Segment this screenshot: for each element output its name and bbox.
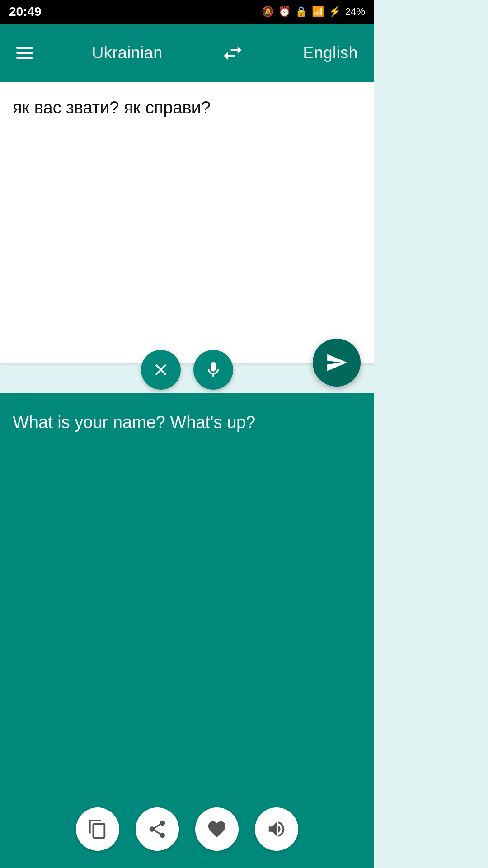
sim-icon: 🔒 [295, 6, 307, 18]
signal-icon: 📶 [312, 6, 324, 18]
favorite-button[interactable] [195, 807, 239, 851]
status-bar: 20:49 🔕 ⏰ 🔒 📶 ⚡ 24% [0, 0, 374, 24]
share-button[interactable] [136, 807, 179, 851]
alarm-icon: ⏰ [278, 6, 291, 18]
translation-text: What is your name? What's up? [13, 410, 361, 435]
swap-languages-button[interactable] [221, 41, 244, 65]
speak-button[interactable] [255, 807, 298, 851]
send-button[interactable] [313, 339, 361, 387]
mute-icon: 🔕 [262, 6, 274, 18]
target-language-label[interactable]: English [303, 43, 358, 62]
source-language-label[interactable]: Ukrainian [92, 43, 163, 62]
battery-text: 24% [345, 6, 365, 18]
menu-line-3 [16, 57, 33, 59]
translation-panel: What is your name? What's up? [0, 393, 374, 868]
status-time: 20:49 [9, 5, 42, 19]
charging-icon: ⚡ [328, 6, 341, 18]
menu-button[interactable] [16, 47, 33, 59]
copy-button[interactable] [76, 807, 119, 851]
source-panel: як вас звати? як справи? [0, 82, 374, 363]
menu-line-1 [16, 47, 33, 49]
source-text[interactable]: як вас звати? як справи? [13, 95, 361, 121]
menu-line-2 [16, 52, 33, 54]
microphone-button[interactable] [193, 350, 233, 390]
app-header: Ukrainian English [0, 24, 374, 82]
translation-actions [0, 807, 374, 851]
clear-button[interactable] [141, 350, 181, 390]
status-icons: 🔕 ⏰ 🔒 📶 ⚡ 24% [262, 6, 365, 18]
